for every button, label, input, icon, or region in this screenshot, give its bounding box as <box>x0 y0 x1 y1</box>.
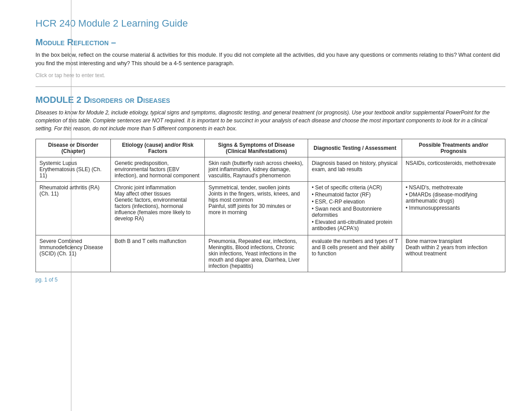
cell-etiology-1: Chronic joint inflammationMay affect oth… <box>111 181 205 235</box>
cell-diagnostic-2: evaluate the numbers and types of T and … <box>308 235 402 272</box>
col-header-etiology: Etiology (cause) and/or Risk Factors <box>111 139 205 157</box>
table-row: Rheumatoid arthritis (RA) (Ch. 11)Chroni… <box>36 181 505 235</box>
table-row: Systemic Lupus Erythematosus (SLE) (Ch. … <box>36 157 505 181</box>
col-header-diagnostic: Diagnostic Testing / Assessment <box>308 139 402 157</box>
cell-etiology-0: Genetic predisposition, environmental fa… <box>111 157 205 181</box>
left-border <box>71 0 71 411</box>
cell-disease-1: Rheumatoid arthritis (RA) (Ch. 11) <box>36 181 111 235</box>
module2-title: MODULE 2 Disorders or Diseases <box>35 95 505 105</box>
col-header-signs: Signs & Symptoms of Disease (Clinical Ma… <box>205 139 308 157</box>
click-prompt[interactable]: Click or tap here to enter text. <box>35 72 505 78</box>
module2-description: Diseases to know for Module 2, include e… <box>35 109 505 133</box>
footer-page: pg. 1 of 5 <box>35 277 505 283</box>
cell-etiology-2: Both B and T cells malfunction <box>111 235 205 272</box>
cell-treatment-0: NSAIDs, corticosteroids, methotrexate <box>402 157 505 181</box>
page: HCR 240 Module 2 Learning Guide Module R… <box>0 0 532 411</box>
divider <box>35 86 505 87</box>
col-header-disease: Disease or Disorder (Chapter) <box>36 139 111 157</box>
disorders-table: Disease or Disorder (Chapter) Etiology (… <box>35 139 505 272</box>
reflection-title: Module Reflection – <box>35 37 505 47</box>
cell-disease-0: Systemic Lupus Erythematosus (SLE) (Ch. … <box>36 157 111 181</box>
cell-signs-1: Symmetrical, tender, swollen jointsJoint… <box>205 181 308 235</box>
col-header-treatment: Possible Treatments and/or Prognosis <box>402 139 505 157</box>
cell-diagnostic-0: Diagnosis based on history, physical exa… <box>308 157 402 181</box>
page-title: HCR 240 Module 2 Learning Guide <box>35 18 505 29</box>
cell-signs-0: Skin rash (butterfly rash across cheeks)… <box>205 157 308 181</box>
cell-treatment-1: NSAID's, methotrexateDMARDs (disease-mod… <box>402 181 505 235</box>
table-row: Severe Combined Immunodeficiency Disease… <box>36 235 505 272</box>
cell-treatment-2: Bone marrow transplantDeath within 2 yea… <box>402 235 505 272</box>
cell-diagnostic-1: Set of specific criteria (ACR)Rheumatoid… <box>308 181 402 235</box>
cell-signs-2: Pneumonia, Repeated ear, infections, Men… <box>205 235 308 272</box>
reflection-body: In the box below, reflect on the course … <box>35 51 505 68</box>
cell-disease-2: Severe Combined Immunodeficiency Disease… <box>36 235 111 272</box>
